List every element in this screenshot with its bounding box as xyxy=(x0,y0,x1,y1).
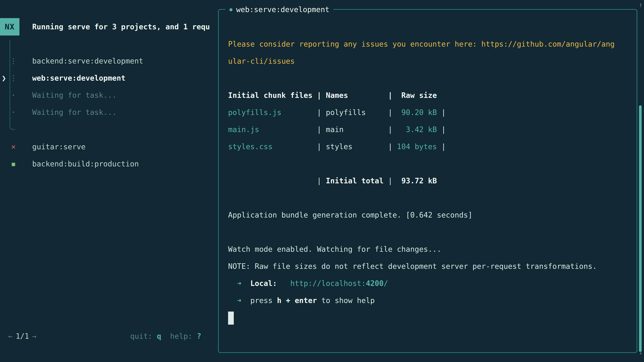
chunk-row: main.js | main | 3.42 kB | xyxy=(228,121,636,138)
arrow-right-icon: ➜ xyxy=(237,279,242,288)
waiting-dot-icon: · xyxy=(10,104,17,121)
chunk-name: main xyxy=(326,125,384,134)
task-label: Waiting for task... xyxy=(32,87,116,104)
task-label: backend:serve:development xyxy=(32,52,143,69)
chunk-row: styles.css | styles | 104 bytes | xyxy=(228,138,636,155)
chunk-name: polyfills xyxy=(326,108,384,117)
watch-mode-line: Watch mode enabled. Watching for file ch… xyxy=(228,241,636,258)
blank-line xyxy=(228,189,636,206)
pager-prev-icon[interactable]: ← xyxy=(8,328,13,345)
cursor-line xyxy=(228,309,636,326)
indent xyxy=(277,279,290,288)
task-label: backend:build:production xyxy=(32,155,139,172)
chevron-right-icon: ❯ xyxy=(2,69,6,87)
task-label: web:serve:development xyxy=(32,69,126,87)
task-row-backend-build[interactable]: ■ backend:build:production xyxy=(0,155,215,172)
pager-indicator: 1/1 xyxy=(16,328,29,345)
pipe: | xyxy=(384,125,397,134)
indent xyxy=(228,279,237,288)
task-sidebar: NX Running serve for 3 projects, and 1 r… xyxy=(0,0,215,362)
bundle-complete-line: Application bundle generation complete. … xyxy=(228,206,636,224)
local-url-line: ➜ Local: http://localhost:4200/ xyxy=(228,275,636,292)
scroll-down-icon[interactable]: ↓ xyxy=(639,348,643,356)
help-key: ? xyxy=(197,332,202,340)
total-label: Initial total xyxy=(326,176,384,185)
blank-line xyxy=(228,70,636,87)
task-row-web-serve[interactable]: ❯ ⋮ web:serve:development xyxy=(0,69,215,87)
help-text: to show help xyxy=(317,296,375,305)
terminal-output: Please consider reporting any issues you… xyxy=(219,10,636,326)
failed-x-icon: × xyxy=(10,138,17,155)
pipe: | xyxy=(384,108,397,117)
total-size: 93.72 kB xyxy=(397,176,437,185)
url-text: http://localhost: xyxy=(290,279,366,288)
blank-line xyxy=(228,224,636,241)
indent xyxy=(241,296,250,305)
chunk-file: main.js xyxy=(228,125,312,134)
nx-logo: NX xyxy=(0,18,20,35)
panel-title: ●web:serve:development xyxy=(226,1,334,18)
panel-title-text: web:serve:development xyxy=(236,5,330,14)
finished-task-list: × guitar:serve ■ backend:build:productio… xyxy=(0,138,215,172)
sidebar-title: Running serve for 3 projects, and 1 requ xyxy=(32,18,215,35)
task-row-waiting-1[interactable]: · Waiting for task... xyxy=(0,87,215,104)
terminal-cursor xyxy=(228,312,234,325)
chunk-name: styles xyxy=(326,142,384,151)
chunk-file: styles.css xyxy=(228,142,312,151)
total-row: | Initial total | 93.72 kB xyxy=(228,172,636,189)
pipe: | xyxy=(384,142,397,151)
local-label: Local: xyxy=(250,279,277,288)
help-text: press xyxy=(250,296,277,305)
pipe: | xyxy=(437,125,446,134)
url-port: 4200 xyxy=(366,279,384,288)
quit-key: q xyxy=(157,332,161,340)
chunk-row: polyfills.js | polyfills | 90.20 kB | xyxy=(228,104,636,121)
keyboard-hints: quit: q help: ? xyxy=(130,328,201,345)
help-keys: h + enter xyxy=(277,296,317,305)
pipe: | xyxy=(437,142,446,151)
pipe: | xyxy=(312,176,326,185)
pipe: | xyxy=(384,176,397,185)
scrollbar-thumb[interactable] xyxy=(639,105,642,352)
status-dot-icon: ● xyxy=(230,6,232,12)
task-output-panel: ●web:serve:development Please consider r… xyxy=(218,9,637,353)
quit-hint-label: quit: xyxy=(130,332,157,340)
task-label: Waiting for task... xyxy=(32,104,116,121)
note-line: NOTE: Raw file sizes do not reflect deve… xyxy=(228,258,636,275)
blank-line xyxy=(228,155,636,172)
chunk-size: 3.42 kB xyxy=(397,125,437,134)
pipe: | xyxy=(312,108,326,117)
table-header: Initial chunk files | Names | Raw size xyxy=(228,87,636,104)
indent xyxy=(228,296,237,305)
help-hint-label: help: xyxy=(161,332,197,340)
chunk-size: 90.20 kB xyxy=(397,108,437,117)
arrow-right-icon: ➜ xyxy=(237,296,242,305)
task-row-waiting-2[interactable]: · Waiting for task... xyxy=(0,104,215,121)
stopped-square-icon: ■ xyxy=(10,155,17,172)
notice-line: Please consider reporting any issues you… xyxy=(228,35,636,53)
pipe: | xyxy=(437,108,446,117)
pipe: | xyxy=(312,142,326,151)
notice-line: ular-cli/issues xyxy=(228,53,636,70)
task-row-guitar-serve[interactable]: × guitar:serve xyxy=(0,138,215,155)
spinner-icon: ⋮ xyxy=(10,52,17,69)
pipe: | xyxy=(312,125,326,134)
task-row-backend-serve[interactable]: ⋮ backend:serve:development xyxy=(0,52,215,69)
pager-next-icon[interactable]: → xyxy=(32,328,36,345)
sidebar-footer: ← 1/1 → quit: q help: ? xyxy=(8,328,201,345)
scroll-up-icon[interactable]: ↑ xyxy=(639,1,643,9)
localhost-link[interactable]: http://localhost:4200/ xyxy=(290,279,388,288)
indent xyxy=(228,176,312,185)
help-hint-line: ➜ press h + enter to show help xyxy=(228,292,636,309)
indent xyxy=(241,279,250,288)
chunk-size: 104 bytes xyxy=(397,142,437,151)
pager: ← 1/1 → xyxy=(8,328,36,345)
url-text: / xyxy=(384,279,388,288)
running-task-list: ⋮ backend:serve:development ❯ ⋮ web:serv… xyxy=(0,52,215,121)
chunk-file: polyfills.js xyxy=(228,108,312,117)
task-label: guitar:serve xyxy=(32,138,86,155)
waiting-dot-icon: · xyxy=(10,87,17,104)
spinner-icon: ⋮ xyxy=(10,69,17,87)
